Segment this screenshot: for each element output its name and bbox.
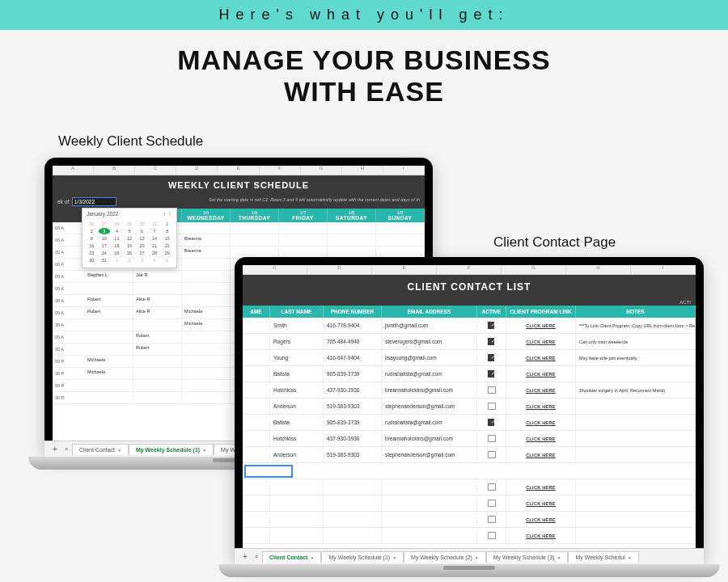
datepicker-day[interactable]: 13 [136, 235, 148, 242]
datepicker-day[interactable]: 30 [136, 221, 148, 227]
day-header: 1/7FRIDAY [279, 209, 328, 222]
contact-row[interactable]: Anderson519-383-9303stephenanderson@gmai… [243, 447, 696, 463]
datepicker-day[interactable]: 25 [111, 250, 123, 256]
datepicker-nav[interactable]: ‹› [163, 211, 172, 217]
datepicker-day[interactable]: 24 [99, 250, 111, 256]
datepicker-day[interactable]: 23 [86, 250, 98, 256]
contacts-screen: CDEFGHI CLIENT CONTACT LIST ACTI AMELAST… [243, 265, 696, 556]
datepicker-day[interactable]: 4 [111, 228, 123, 234]
datepicker-day[interactable]: 29 [161, 250, 173, 256]
datepicker-day[interactable]: 5 [161, 257, 173, 264]
datepicker-day[interactable]: 30 [86, 257, 98, 264]
datepicker-day[interactable]: 31 [149, 221, 161, 227]
datepicker-day[interactable]: 31 [99, 257, 111, 264]
headline-line-1: MANAGE YOUR BUSINESS [0, 44, 728, 76]
datepicker-day[interactable]: 22 [161, 242, 173, 249]
sheet-tabs-contacts[interactable]: + ≡ Client Contact▼My Weekly Schedule (1… [243, 548, 696, 556]
contact-row-empty[interactable]: CLICK HERE [243, 479, 696, 496]
contact-row-empty[interactable]: CLICK HERE [243, 512, 696, 528]
chevron-left-icon: ‹ [164, 211, 166, 217]
datepicker-day[interactable]: 3 [99, 228, 111, 234]
datepicker-day[interactable]: 28 [111, 221, 123, 227]
day-header: 1/8SATURDAY [328, 209, 376, 222]
day-header: 1/5WEDNESDAY [182, 209, 231, 222]
column-letters: ABCDEFGHI [53, 166, 425, 175]
laptop-base: MacBook Air [218, 564, 720, 577]
sheet-tab[interactable]: My Weekly Schedule (3)▼ [486, 551, 569, 557]
label-client-contact: Client Contact Page [493, 234, 616, 251]
contact-row[interactable]: Batista905-839-3739rudrabatista@gmail.co… [243, 366, 696, 382]
datepicker-day[interactable]: 7 [149, 228, 161, 234]
contacts-title: CLIENT CONTACT LIST [243, 275, 696, 299]
day-header: 1/9SUNDAY [376, 209, 425, 222]
headline-line-2: WITH EASE [0, 76, 728, 108]
datepicker-grid[interactable]: 2627282930311234567891011121314151617181… [83, 219, 176, 268]
chevron-right-icon: › [169, 211, 171, 217]
datepicker-day[interactable]: 3 [136, 257, 148, 264]
add-sheet-icon[interactable]: + [53, 445, 61, 449]
sheet-tab[interactable]: My Weekly Schedule (2)▼ [404, 551, 486, 557]
datepicker-day[interactable]: 1 [161, 221, 173, 227]
datepicker-day[interactable]: 29 [124, 221, 136, 227]
contact-row-empty[interactable]: CLICK HERE [243, 528, 696, 544]
contact-row[interactable]: Hotchkiss437-930-3930breannahotckins@gma… [243, 382, 696, 399]
sheet-tab[interactable]: My Weekly Schedul▼ [568, 551, 638, 557]
datepicker-month: January 2022 [87, 211, 118, 217]
datepicker-day[interactable]: 5 [124, 228, 136, 234]
datepicker-day[interactable]: 10 [99, 235, 111, 242]
datepicker-day[interactable]: 9 [86, 235, 98, 242]
datepicker-day[interactable]: 21 [149, 242, 161, 249]
day-header: 1/6THURSDAY [231, 209, 279, 222]
datepicker-day[interactable]: 2 [124, 257, 136, 264]
datepicker-day[interactable]: 11 [111, 235, 123, 242]
headline: MANAGE YOUR BUSINESS WITH EASE [0, 44, 728, 108]
sheet-tab[interactable]: Client Contact▼ [262, 551, 321, 557]
datepicker-day[interactable]: 4 [149, 257, 161, 264]
datepicker-day[interactable]: 1 [111, 257, 123, 264]
datepicker-day[interactable]: 19 [124, 242, 136, 249]
datepicker-popup[interactable]: January 2022 ‹› 262728293031123456789101… [82, 208, 177, 268]
week-of-label: ek of: [57, 199, 70, 205]
contact-row[interactable]: Batista905-839-3739rudrabatista@gmail.co… [243, 415, 696, 431]
column-letters: CDEFGHI [243, 265, 696, 275]
promo-banner: Here's what you'll get: [0, 0, 728, 30]
week-of-row: ek of: Set the starting date in cell C2.… [53, 195, 425, 209]
datepicker-day[interactable]: 2 [86, 228, 98, 234]
active-count-label: ACTI [243, 299, 696, 306]
datepicker-day[interactable]: 16 [86, 242, 98, 249]
contact-row-empty[interactable]: CLICK HERE [243, 496, 696, 512]
datepicker-day[interactable]: 6 [136, 228, 148, 234]
laptop-contacts: CDEFGHI CLIENT CONTACT LIST ACTI AMELAST… [235, 257, 704, 564]
datepicker-day[interactable]: 26 [124, 250, 136, 256]
contact-row[interactable]: Hotchkiss437-930-3930breannahotckins@gma… [243, 431, 696, 447]
schedule-title: WEEKLY CLIENT SCHEDULE [53, 175, 425, 195]
datepicker-day[interactable]: 17 [99, 242, 111, 249]
schedule-instruction: Set the starting date in cell C2. Rows 3… [209, 197, 420, 202]
contact-row[interactable]: Rogers705-484-4940steverogers@gmail.com✓… [243, 334, 696, 350]
week-of-input[interactable] [72, 197, 116, 206]
time-column: 00 A00 A00 A00 A00 A00 A30 A00 A30 A00 A… [53, 222, 85, 404]
datepicker-day[interactable]: 27 [99, 221, 111, 227]
contact-row[interactable]: Anderson519-383-9303stephenanderson@gmai… [243, 399, 696, 415]
datepicker-day[interactable]: 12 [124, 235, 136, 242]
datepicker-day[interactable]: 8 [161, 228, 173, 234]
add-sheet-icon[interactable]: + [243, 552, 251, 556]
contact-row[interactable]: Young416-647-9404lisayoung@gmail.com✓CLI… [243, 350, 696, 366]
sheets-menu-icon[interactable]: ≡ [61, 446, 72, 449]
contacts-rows[interactable]: Smith416-778-9404jsmith@gmail.com✓CLICK … [243, 318, 696, 544]
datepicker-day[interactable]: 28 [149, 250, 161, 256]
label-weekly-schedule: Weekly Client Schedule [58, 133, 203, 150]
contacts-headers: AMELAST NAMEPHONE NUMBEREMAIL ADDRESSACT… [243, 306, 696, 318]
datepicker-day[interactable]: 20 [136, 242, 148, 249]
selected-cell[interactable] [244, 465, 293, 478]
sheets-menu-icon[interactable]: ≡ [251, 554, 262, 556]
datepicker-day[interactable]: 27 [136, 250, 148, 256]
datepicker-day[interactable]: 26 [86, 221, 98, 227]
datepicker-day[interactable]: 18 [111, 242, 123, 249]
sheet-tab[interactable]: My Weekly Schedule (1)▼ [129, 444, 214, 449]
sheet-tab[interactable]: Client Contact▼ [72, 444, 129, 449]
datepicker-day[interactable]: 15 [161, 235, 173, 242]
sheet-tab[interactable]: My Weekly Schedule (1)▼ [321, 551, 404, 557]
contact-row[interactable]: Smith416-778-9404jsmith@gmail.com✓CLICK … [243, 318, 696, 334]
datepicker-day[interactable]: 14 [149, 235, 161, 242]
